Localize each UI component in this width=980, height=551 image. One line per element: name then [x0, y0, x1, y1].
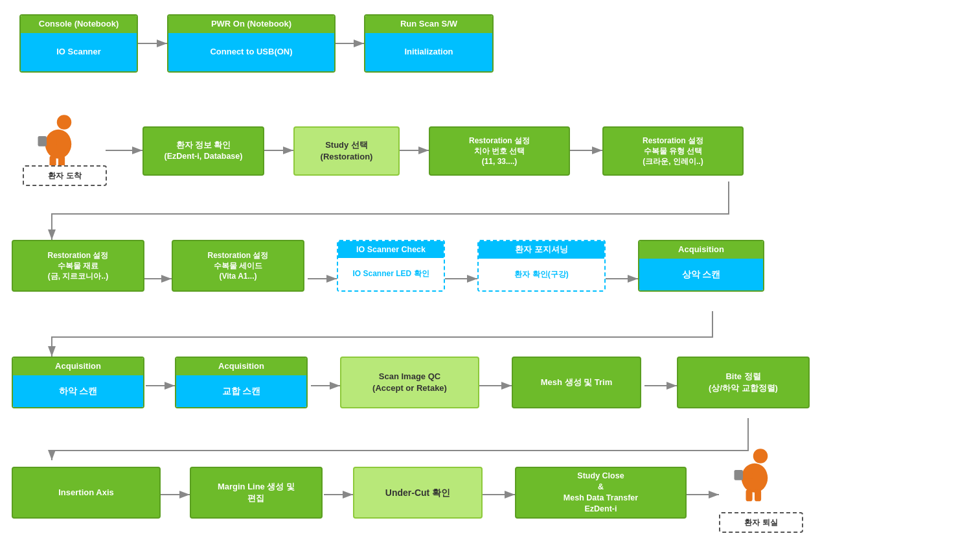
- row3-box4: 환자 포지셔닝 환자 확인(구강): [477, 240, 606, 292]
- patient-leave-label: 환자 퇴실: [719, 512, 803, 533]
- svg-rect-29: [746, 489, 753, 501]
- row1-box1-top: Console (Notebook): [21, 16, 137, 33]
- row3-box3-bot: IO Scanner LED 확인: [338, 258, 444, 290]
- row5-box4: Study Close&Mesh Data TransferEzDent-i: [515, 467, 687, 519]
- row5-box1: Insertion Axis: [12, 467, 161, 519]
- row3-box3: IO Scanner Check IO Scanner LED 확인: [337, 240, 445, 292]
- row4-box5: Bite 정렬(상/하악 교합정렬): [677, 357, 810, 408]
- row2-box2: Study 선택(Restoration): [293, 126, 400, 176]
- row3-box2: Restoration 설정수복물 세이드(Vita A1...): [172, 240, 304, 292]
- row1-box1-bot: IO Scanner: [21, 33, 137, 71]
- row4-box1: Acquisition 하악 스캔: [12, 357, 144, 408]
- row3-box5-bot: 상악 스캔: [639, 259, 763, 290]
- row4-box2-bot: 교합 스캔: [176, 375, 306, 407]
- row3-box4-bot: 환자 확인(구강): [479, 259, 604, 290]
- patient-arrive-label: 환자 도착: [23, 165, 107, 186]
- row5-box3: Under-Cut 확인: [353, 467, 483, 519]
- row1-box2: PWR On (Notebook) Connect to USB(ON): [167, 14, 336, 73]
- patient-leave-person: [732, 447, 790, 506]
- svg-rect-28: [735, 470, 744, 480]
- row4-box1-bot: 하악 스캔: [13, 375, 143, 407]
- row3-box3-top: IO Scanner Check: [338, 241, 444, 258]
- row2-box4: Restoration 설정수복물 유형 선택(크라운, 인레이..): [602, 126, 744, 176]
- row2-box1: 환자 정보 확인(EzDent-i, Database): [142, 126, 264, 176]
- row1-box3-bot: Initialization: [365, 33, 492, 71]
- row3-box1: Restoration 설정수복물 재료(금, 지르코니아..): [12, 240, 144, 292]
- row1-box2-bot: Connect to USB(ON): [168, 33, 334, 71]
- row3-box4-top: 환자 포지셔닝: [479, 241, 604, 259]
- row1-box2-top: PWR On (Notebook): [168, 16, 334, 33]
- row5-box2: Margin Line 생성 및편집: [190, 467, 323, 519]
- row3-box5: Acquisition 상악 스캔: [638, 240, 764, 292]
- svg-point-25: [753, 449, 768, 463]
- row4-box4: Mesh 생성 및 Trim: [512, 357, 641, 408]
- svg-point-19: [57, 115, 72, 130]
- row1-box1: Console (Notebook) IO Scanner: [19, 14, 138, 73]
- row3-box5-top: Acquisition: [639, 241, 763, 259]
- svg-rect-22: [38, 136, 47, 147]
- row4-box1-top: Acquisition: [13, 358, 143, 375]
- diagram: Console (Notebook) IO Scanner PWR On (No…: [0, 0, 980, 551]
- row4-box2-top: Acquisition: [176, 358, 306, 375]
- row2-box3: Restoration 설정치아 번호 선택(11, 33....): [429, 126, 570, 176]
- patient-arrive-person: [36, 113, 94, 172]
- row1-box3-top: Run Scan S/W: [365, 16, 492, 33]
- row1-box3: Run Scan S/W Initialization: [364, 14, 494, 73]
- svg-rect-30: [755, 489, 761, 501]
- row4-box3: Scan Image QC(Accept or Retake): [340, 357, 479, 408]
- row4-box2: Acquisition 교합 스캔: [175, 357, 308, 408]
